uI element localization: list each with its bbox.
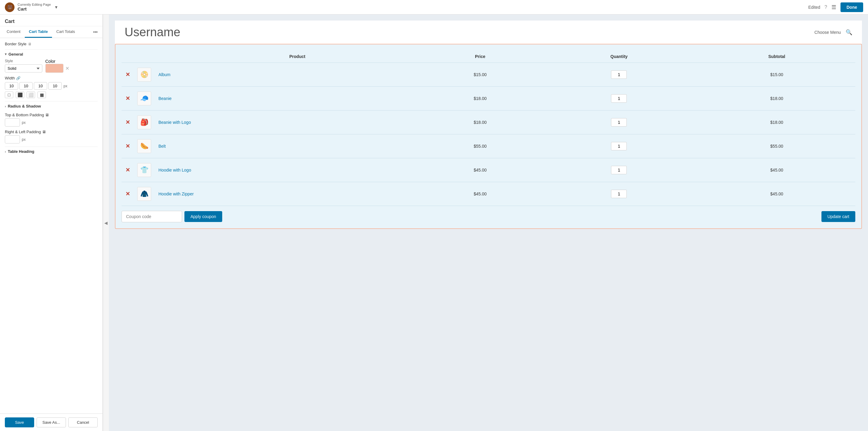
quantity-input[interactable] <box>611 190 627 198</box>
remove-icon[interactable]: ✕ <box>125 119 130 125</box>
table-heading-section: › Table Heading <box>5 146 98 156</box>
remove-icon[interactable]: ✕ <box>125 143 130 149</box>
product-subtotal-cell: $15.00 <box>698 63 855 87</box>
dropdown-chevron-button[interactable]: ▾ <box>54 3 59 11</box>
product-qty-cell <box>540 134 698 158</box>
tb-padding-monitor-icon: 🖥 <box>45 113 49 117</box>
product-link[interactable]: Beanie with Logo <box>158 120 191 125</box>
table-row: ✕ 🧢 Beanie $18.00 $18.00 <box>122 87 855 110</box>
help-icon[interactable]: ? <box>825 4 827 10</box>
product-qty-cell <box>540 158 698 182</box>
top-bottom-padding-field: Top & Bottom Padding 🖥 px <box>5 113 98 127</box>
remove-cell: ✕ <box>122 134 134 158</box>
width-section: Width 🔗 px □ ⬛ ⬜ ▦ <box>5 76 98 98</box>
search-icon[interactable]: 🔍 <box>846 29 852 36</box>
product-image: 📀 <box>137 68 151 81</box>
sidebar-content: Border Style 🖥 ▾ General Style Soli <box>0 38 102 413</box>
collapse-bar[interactable]: ◀ <box>103 14 109 431</box>
table-row: ✕ 🌭 Belt $55.00 $55.00 <box>122 134 855 158</box>
style-select[interactable]: Solid None Dashed Dotted Double <box>5 64 42 72</box>
quantity-input[interactable] <box>611 142 627 151</box>
th-subtotal: Subtotal <box>698 51 855 63</box>
product-image: 🧢 <box>137 92 151 105</box>
monitor-icon: 🖥 <box>28 42 31 46</box>
remove-icon[interactable]: ✕ <box>125 72 130 78</box>
sidebar-tabs: Content Cart Table Cart Totals ••• <box>0 26 102 38</box>
width-inputs: px <box>5 82 98 90</box>
tab-content[interactable]: Content <box>2 26 25 38</box>
avatar: 🐻 <box>5 2 14 12</box>
link-icon[interactable]: 🔗 <box>16 76 21 80</box>
product-image: 👕 <box>137 163 151 177</box>
radius-shadow-header[interactable]: › Radius & Shadow <box>5 101 98 111</box>
top-bottom-padding-input-row: px <box>5 119 98 127</box>
product-price-cell: $15.00 <box>421 63 540 87</box>
border-top-icon[interactable]: ⬛ <box>16 92 24 98</box>
product-image-cell: 🎒 <box>134 110 155 134</box>
tab-cart-table[interactable]: Cart Table <box>25 26 52 38</box>
top-bar-right: Edited ? ☰ Done <box>808 2 863 12</box>
product-link[interactable]: Hoodie with Logo <box>158 168 191 172</box>
product-qty-cell <box>540 63 698 87</box>
remove-cell: ✕ <box>122 158 134 182</box>
right-left-padding-input-row: px <box>5 135 98 143</box>
cart-table-wrapper: Product Price Quantity Subtotal ✕ 📀 Albu… <box>115 44 862 229</box>
save-button[interactable]: Save <box>5 418 34 427</box>
product-name-cell: Beanie <box>155 87 421 110</box>
quantity-input[interactable] <box>611 166 627 174</box>
color-swatch[interactable] <box>45 64 63 73</box>
product-image-cell: 🧥 <box>134 182 155 206</box>
product-link[interactable]: Hoodie with Zipper <box>158 192 194 196</box>
width-bottom-input[interactable] <box>34 82 47 90</box>
color-label: Color <box>45 59 55 64</box>
width-right-input[interactable] <box>19 82 33 90</box>
product-link[interactable]: Beanie <box>158 96 172 101</box>
coupon-input[interactable] <box>122 211 182 222</box>
color-clear-icon[interactable]: ✕ <box>65 66 69 71</box>
product-subtotal-cell: $18.00 <box>698 87 855 110</box>
remove-icon[interactable]: ✕ <box>125 167 130 173</box>
product-link[interactable]: Belt <box>158 144 166 148</box>
more-options-button[interactable]: ••• <box>91 26 100 38</box>
update-cart-button[interactable]: Update cart <box>822 211 855 222</box>
width-left-input[interactable] <box>49 82 62 90</box>
th-quantity: Quantity <box>540 51 698 63</box>
product-link[interactable]: Album <box>158 72 170 77</box>
top-bottom-padding-input[interactable] <box>5 119 20 127</box>
general-chevron-icon: ▾ <box>5 52 7 56</box>
table-heading-label: Table Heading <box>8 149 34 154</box>
list-icon[interactable]: ☰ <box>831 4 836 10</box>
right-left-padding-input[interactable] <box>5 135 20 143</box>
width-top-input[interactable] <box>5 82 18 90</box>
th-empty <box>122 51 155 63</box>
product-name-cell: Hoodie with Zipper <box>155 182 421 206</box>
choose-menu-link[interactable]: Choose Menu <box>814 30 841 35</box>
general-section-header[interactable]: ▾ General <box>5 49 98 59</box>
cancel-button[interactable]: Cancel <box>68 418 98 427</box>
quantity-input[interactable] <box>611 94 627 103</box>
th-product: Product <box>155 51 421 63</box>
rl-padding-monitor-icon: 🖥 <box>42 130 46 134</box>
sidebar-footer: Save Save As... Cancel <box>0 413 102 431</box>
done-button[interactable]: Done <box>840 2 863 12</box>
style-label: Style <box>5 59 42 63</box>
top-bottom-padding-label: Top & Bottom Padding 🖥 <box>5 113 98 117</box>
product-image-cell: 👕 <box>134 158 155 182</box>
remove-icon[interactable]: ✕ <box>125 191 130 197</box>
quantity-input[interactable] <box>611 70 627 79</box>
main-layout: Cart Content Cart Table Cart Totals ••• … <box>0 14 868 431</box>
tab-cart-totals[interactable]: Cart Totals <box>52 26 79 38</box>
product-name-cell: Beanie with Logo <box>155 110 421 134</box>
cart-table-body: ✕ 📀 Album $15.00 $15.00 ✕ 🧢 Beanie <box>122 63 855 206</box>
save-as-button[interactable]: Save As... <box>37 418 66 427</box>
product-name-cell: Hoodie with Logo <box>155 158 421 182</box>
remove-icon[interactable]: ✕ <box>125 95 130 101</box>
table-heading-header[interactable]: › Table Heading <box>5 146 98 156</box>
border-bottom-icon[interactable]: ⬜ <box>27 92 35 98</box>
remove-cell: ✕ <box>122 182 134 206</box>
quantity-input[interactable] <box>611 118 627 127</box>
border-lr-icon[interactable]: ▦ <box>37 92 46 98</box>
cart-table-header-row: Product Price Quantity Subtotal <box>122 51 855 63</box>
border-all-icon[interactable]: □ <box>5 92 13 98</box>
apply-coupon-button[interactable]: Apply coupon <box>184 211 222 222</box>
